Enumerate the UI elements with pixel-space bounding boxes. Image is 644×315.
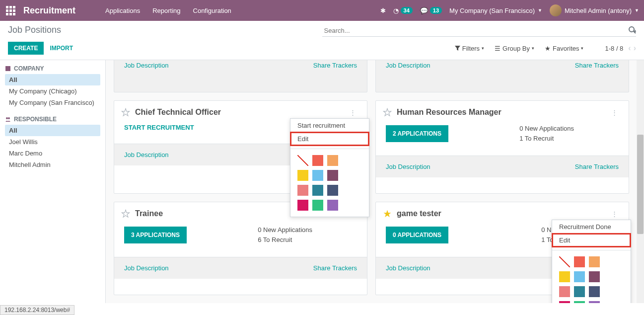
color-swatch[interactable] [589, 301, 600, 303]
color-picker [552, 250, 631, 303]
card-cto[interactable]: Chief Technical Officer ⋮ START RECRUITM… [114, 100, 367, 194]
card-dropdown: Recruitment Done Edit [552, 220, 631, 303]
msg-badge: 13 [430, 7, 442, 14]
color-swatch[interactable] [327, 185, 338, 196]
activity-badge: 34 [401, 7, 413, 14]
job-description-link[interactable]: Job Description [386, 163, 430, 170]
color-swatch[interactable] [312, 170, 323, 181]
scrollbar-thumb[interactable] [637, 135, 644, 234]
color-picker [290, 149, 369, 217]
color-swatch[interactable] [574, 271, 585, 282]
search-input[interactable] [322, 25, 629, 36]
card-menu-button[interactable]: ⋮ [609, 210, 620, 218]
star-icon[interactable] [121, 209, 130, 218]
color-swatch[interactable] [297, 170, 308, 181]
sidebar-company-all[interactable]: All [5, 74, 100, 85]
job-description-link[interactable]: Job Description [124, 151, 169, 158]
color-swatch[interactable] [589, 271, 600, 282]
color-swatch[interactable] [297, 185, 308, 196]
navbar: Recruitment Applications Reporting Confi… [0, 0, 644, 21]
dropdown-edit[interactable]: Edit [552, 234, 631, 247]
sidebar: COMPANY All My Company (Chicago) My Comp… [0, 60, 106, 303]
control-panel: Job Positions Create Import Filters ▾ ☰ … [0, 21, 644, 60]
caret-down-icon: ▾ [581, 46, 583, 51]
debug-icon[interactable]: ✱ [380, 7, 386, 14]
sidebar-responsible-mitchell[interactable]: Mitchell Admin [5, 159, 100, 170]
share-trackers-link[interactable]: Share Trackers [575, 62, 619, 85]
users-icon [5, 116, 11, 122]
color-swatch[interactable] [574, 301, 585, 303]
apps-menu-icon[interactable] [2, 0, 18, 21]
company-switcher[interactable]: My Company (San Francisco) ▼ [449, 7, 542, 14]
filters-dropdown[interactable]: Filters ▾ [451, 43, 488, 54]
color-swatch[interactable] [574, 286, 585, 297]
applications-button[interactable]: 0 APPLICATIONS [386, 227, 448, 243]
color-swatch[interactable] [312, 155, 323, 166]
share-trackers-link[interactable]: Share Trackers [575, 163, 619, 170]
nav-applications[interactable]: Applications [100, 7, 145, 14]
stat-new-applications: 0 New Applications [258, 225, 312, 235]
import-button[interactable]: Import [50, 45, 73, 52]
nav-configuration[interactable]: Configuration [188, 7, 236, 14]
card-menu-button[interactable]: ⋮ [609, 109, 620, 116]
share-trackers-link[interactable]: Share Trackers [313, 62, 357, 85]
card-hrm[interactable]: Human Resources Manager ⋮ 2 APPLICATIONS… [375, 100, 629, 194]
star-icon[interactable] [383, 209, 392, 218]
groupby-dropdown[interactable]: ☰ Group By ▾ [491, 43, 538, 54]
color-swatch[interactable] [327, 170, 338, 181]
dropdown-edit[interactable]: Edit [290, 132, 369, 146]
sidebar-responsible-joel[interactable]: Joel Willis [5, 136, 100, 148]
star-icon[interactable] [121, 108, 130, 117]
card-title: Human Resources Manager [397, 108, 609, 117]
sidebar-company-chicago[interactable]: My Company (Chicago) [5, 85, 100, 97]
stat-to-recruit: 6 To Recruit [258, 235, 312, 245]
sidebar-company-sf[interactable]: My Company (San Francisco) [5, 97, 100, 108]
user-menu[interactable]: Mitchell Admin (antony) ▼ [550, 4, 639, 16]
color-swatch[interactable] [559, 256, 570, 267]
start-recruitment-button[interactable]: START RECRUITMENT [124, 124, 194, 131]
card-menu-button[interactable]: ⋮ [348, 109, 358, 116]
pager-next[interactable]: › [634, 44, 636, 53]
activity-indicator[interactable]: ◔ 34 [393, 7, 413, 14]
messages-indicator[interactable]: 💬 13 [420, 7, 442, 14]
app-brand[interactable]: Recruitment [23, 5, 75, 16]
nav-reporting[interactable]: Reporting [147, 7, 185, 14]
sidebar-responsible-marc[interactable]: Marc Demo [5, 148, 100, 159]
dropdown-recruitment-done[interactable]: Recruitment Done [552, 220, 631, 234]
stat-to-recruit: 1 To Recruit [519, 134, 574, 144]
color-swatch[interactable] [327, 155, 338, 166]
favorites-dropdown[interactable]: ★ Favorites ▾ [541, 43, 587, 54]
search-button[interactable] [628, 26, 636, 36]
create-button[interactable]: Create [8, 42, 44, 55]
color-swatch[interactable] [589, 286, 600, 297]
color-swatch[interactable] [559, 301, 570, 303]
scrollbar[interactable] [637, 60, 644, 303]
color-swatch[interactable] [297, 155, 308, 166]
job-description-link[interactable]: Job Description [124, 62, 169, 85]
building-icon [5, 66, 11, 72]
svg-point-6 [8, 117, 10, 119]
pager-text[interactable]: 1-8 / 8 [605, 45, 623, 52]
color-swatch[interactable] [589, 256, 600, 267]
job-description-link[interactable]: Job Description [386, 62, 430, 85]
share-trackers-link[interactable]: Share Trackers [313, 264, 357, 272]
color-swatch[interactable] [327, 200, 338, 211]
dropdown-start-recruitment[interactable]: Start recruitment [290, 119, 369, 132]
color-swatch[interactable] [312, 200, 323, 211]
star-icon[interactable] [383, 108, 392, 117]
pager-prev[interactable]: ‹ [628, 44, 631, 53]
job-description-link[interactable]: Job Description [124, 264, 169, 272]
applications-button[interactable]: 2 APPLICATIONS [386, 125, 448, 142]
color-swatch[interactable] [559, 271, 570, 282]
color-swatch[interactable] [559, 286, 570, 297]
color-swatch[interactable] [574, 256, 585, 267]
applications-button[interactable]: 3 APPLICATIONS [124, 227, 187, 243]
color-swatch[interactable] [297, 200, 308, 211]
job-description-link[interactable]: Job Description [386, 264, 430, 272]
color-swatch[interactable] [312, 185, 323, 196]
caret-down-icon: ▼ [635, 8, 639, 13]
card-gametester[interactable]: game tester ⋮ 0 APPLICATIONS 0 New Appl … [375, 202, 629, 295]
filter-icon [455, 46, 460, 51]
svg-point-5 [6, 117, 8, 119]
sidebar-responsible-all[interactable]: All [5, 125, 100, 136]
